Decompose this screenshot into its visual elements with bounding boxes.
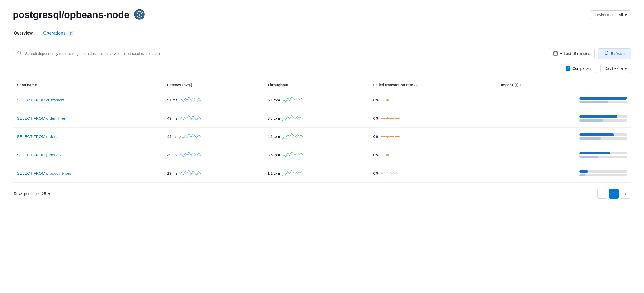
cell-latency: 49 ms <box>163 109 263 127</box>
tab-operations[interactable]: Operations β <box>42 27 75 40</box>
postgres-icon <box>134 8 145 21</box>
comparison-label: Comparison <box>572 66 592 71</box>
failed-rate-info-icon[interactable]: i <box>414 84 418 87</box>
latency-value: 49 ms <box>167 153 177 157</box>
failed-rate-value: 0% <box>373 153 379 157</box>
page-title: postgresql/opbeans-node <box>13 9 129 20</box>
span-name-link[interactable]: SELECT FROM customers <box>17 98 65 102</box>
cell-impact <box>497 91 631 109</box>
span-name-link[interactable]: SELECT FROM order_lines <box>17 116 66 120</box>
operations-table: Span name Latency (avg.) Throughput Fail… <box>13 80 631 183</box>
impact-bar-secondary <box>579 156 627 158</box>
cell-impact <box>497 146 631 164</box>
table-row: SELECT FROM order_lines 49 ms 3.8 tpm <box>13 109 631 127</box>
cell-latency: 49 ms <box>163 146 263 164</box>
cell-impact <box>497 164 631 182</box>
failed-rate-value: 0% <box>373 98 379 102</box>
col-header-latency: Latency (avg.) <box>163 80 263 91</box>
calendar-icon <box>553 51 558 57</box>
beta-badge: β <box>68 31 74 36</box>
failed-rate-value: 0% <box>373 135 379 139</box>
time-picker-label: Last 15 minutes <box>564 51 590 56</box>
col-header-impact[interactable]: Impact i ↓ <box>497 80 631 91</box>
toolbar-right: ▾ Last 15 minutes Refresh <box>549 48 631 59</box>
chevron-down-icon: ▾ <box>48 192 50 196</box>
table-row: SELECT FROM orders 44 ms 4.1 tpm <box>13 127 631 146</box>
impact-info-icon[interactable]: i <box>515 83 518 87</box>
table-row: SELECT FROM customers 51 ms 5.1 tpm <box>13 91 631 109</box>
impact-bar-primary <box>579 97 627 100</box>
day-option-label: Day before <box>605 66 623 71</box>
refresh-label: Refresh <box>611 51 625 56</box>
svg-rect-8 <box>553 52 558 55</box>
prev-page-button[interactable]: ‹ <box>597 189 607 199</box>
rows-per-page-label: Rows per page: <box>14 192 40 196</box>
latency-value: 49 ms <box>167 116 177 120</box>
table-row: SELECT FROM product_types 19 ms 1.1 tpm <box>13 164 631 182</box>
cell-span-name: SELECT FROM customers <box>13 91 163 109</box>
span-name-link[interactable]: SELECT FROM orders <box>17 134 58 139</box>
cell-failed-rate: 0% <box>369 109 497 127</box>
cell-throughput: 5.1 tpm <box>263 91 369 109</box>
impact-bar-secondary <box>579 174 627 176</box>
cell-span-name: SELECT FROM product_types <box>13 164 163 182</box>
cell-span-name: SELECT FROM orders <box>13 127 163 146</box>
search-input[interactable] <box>25 51 540 56</box>
toolbar: ▾ Last 15 minutes Refresh <box>13 48 631 59</box>
cell-failed-rate: 0% <box>369 164 497 182</box>
cell-throughput: 3.5 tpm <box>263 146 369 164</box>
chevron-down-icon: ▾ <box>560 51 562 56</box>
environment-value: All <box>619 13 623 17</box>
throughput-value: 1.1 tpm <box>267 171 280 175</box>
impact-bar-primary <box>579 170 627 173</box>
environment-label: Environment <box>595 13 616 17</box>
throughput-value: 4.1 tpm <box>267 135 280 139</box>
tabs-navigation: Overview Operations β <box>13 27 631 40</box>
search-box[interactable] <box>13 48 544 59</box>
cell-latency: 51 ms <box>163 91 263 109</box>
page-1-button[interactable]: 1 <box>609 189 619 199</box>
cell-span-name: SELECT FROM products <box>13 146 163 164</box>
latency-value: 44 ms <box>167 135 177 139</box>
cell-failed-rate: 0% <box>369 127 497 146</box>
col-header-span-name: Span name <box>13 80 163 91</box>
cell-throughput: 1.1 tpm <box>263 164 369 182</box>
sort-desc-icon: ↓ <box>519 83 521 87</box>
cell-impact <box>497 109 631 127</box>
day-before-selector[interactable]: Day before ▾ <box>600 64 631 73</box>
cell-impact <box>497 127 631 146</box>
impact-bar-secondary <box>579 137 627 140</box>
cell-failed-rate: 0% <box>369 91 497 109</box>
cell-latency: 44 ms <box>163 127 263 146</box>
col-header-throughput: Throughput <box>263 80 369 91</box>
comparison-toggle[interactable]: ✓ Comparison <box>561 64 597 73</box>
search-icon <box>17 51 22 57</box>
time-picker[interactable]: ▾ Last 15 minutes <box>549 48 595 59</box>
chevron-down-icon: ▾ <box>625 13 627 17</box>
next-page-button[interactable]: › <box>621 189 630 199</box>
impact-bar-secondary <box>579 101 627 103</box>
latency-value: 19 ms <box>167 171 177 175</box>
comparison-checkbox[interactable]: ✓ <box>566 66 570 71</box>
span-name-link[interactable]: SELECT FROM products <box>17 153 61 157</box>
throughput-value: 5.1 tpm <box>267 98 280 102</box>
cell-throughput: 4.1 tpm <box>263 127 369 146</box>
impact-bar-secondary <box>579 119 627 122</box>
span-name-link[interactable]: SELECT FROM product_types <box>17 171 71 175</box>
refresh-button[interactable]: Refresh <box>598 48 631 59</box>
cell-failed-rate: 0% <box>369 146 497 164</box>
comparison-row: ✓ Comparison Day before ▾ <box>13 64 631 73</box>
cell-latency: 19 ms <box>163 164 263 182</box>
impact-bar-primary <box>579 115 627 118</box>
throughput-value: 3.5 tpm <box>267 153 280 157</box>
impact-bar-primary <box>579 152 627 154</box>
latency-value: 51 ms <box>167 98 177 102</box>
cell-span-name: SELECT FROM order_lines <box>13 109 163 127</box>
rows-per-page-selector[interactable]: Rows per page: 25 ▾ <box>14 192 50 196</box>
environment-selector[interactable]: Environment All ▾ <box>590 10 631 19</box>
rows-per-page-value: 25 <box>42 192 46 196</box>
table-footer: Rows per page: 25 ▾ ‹ 1 › <box>13 189 631 199</box>
chevron-down-icon: ▾ <box>625 66 627 71</box>
svg-line-7 <box>20 54 22 55</box>
tab-overview[interactable]: Overview <box>13 28 34 40</box>
